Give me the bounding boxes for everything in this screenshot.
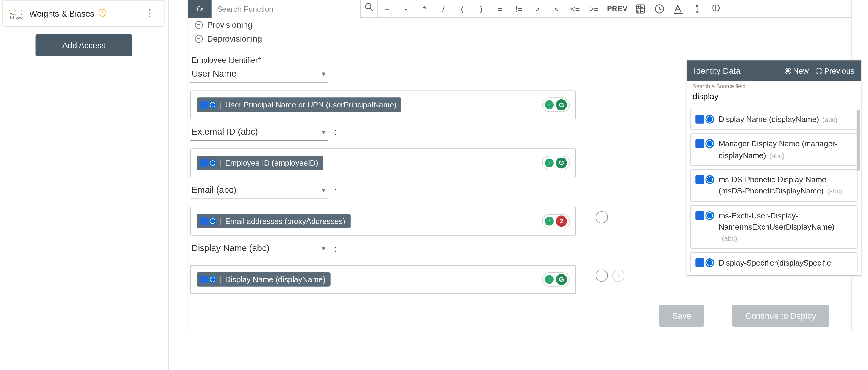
add-row-button[interactable]: + [613, 269, 624, 282]
result-type: (abc) [770, 152, 784, 160]
panel-search-label: Search a Source field... [692, 83, 855, 89]
app-title: Weights & Biases [29, 8, 94, 18]
token-text: Employee ID (employeeID) [225, 159, 318, 167]
app-card[interactable]: ⋮⋮⋮ Weights & Biases Weights & Biases ! … [2, 0, 164, 27]
colon: : [335, 127, 337, 137]
result-name: ms-Exch-User-Display-Name(msExchUserDisp… [718, 211, 834, 231]
op-gt[interactable]: > [528, 0, 547, 18]
brain-icon[interactable] [707, 0, 725, 18]
svg-text:×: × [638, 10, 639, 13]
save-button[interactable]: Save [659, 305, 704, 326]
result-item[interactable]: ms-DS-Phonetic-Display-Name (msDS-Phonet… [690, 169, 858, 202]
status-pill[interactable]: G [542, 272, 569, 287]
radio-new[interactable]: New [784, 66, 809, 75]
mapping-box-employee-identifier[interactable]: | User Principal Name or UPN (userPrinci… [190, 90, 576, 119]
result-item[interactable]: Display-Specifier(displaySpecifie [690, 252, 858, 273]
arrow-up-icon [545, 217, 554, 225]
op-div[interactable]: / [434, 0, 453, 18]
grammarly-icon: G [556, 158, 567, 169]
chevron-down-icon: ▼ [321, 245, 327, 252]
select-display-name[interactable]: Display Name (abc) ▼ [190, 240, 328, 257]
op-rparen[interactable]: ) [472, 0, 490, 18]
op-lte[interactable]: <= [566, 0, 584, 18]
font-icon[interactable] [669, 0, 687, 18]
op-mult[interactable]: * [415, 0, 434, 18]
svg-line-11 [659, 9, 661, 10]
attribute-token[interactable]: | Email addresses (proxyAddresses) [196, 214, 350, 228]
main-area: ƒx + - * / ( ) = != > < <= >= [188, 0, 868, 370]
source-icon [200, 276, 216, 283]
result-item[interactable]: Manager Display Name (manager-displayNam… [690, 133, 858, 166]
op-gte[interactable]: >= [585, 0, 603, 18]
continue-to-deploy-button[interactable]: Continue to Deploy [732, 305, 830, 326]
chevron-down-icon: ▼ [321, 129, 327, 135]
status-pill[interactable]: G [542, 97, 569, 112]
warning-badge-icon: ! [98, 8, 106, 16]
token-text: User Principal Name or UPN (userPrincipa… [225, 100, 397, 109]
arrow-up-icon [545, 275, 554, 284]
more-results-note: More attributes available, continue typi… [690, 274, 858, 275]
source-icon [695, 115, 714, 123]
source-icon [695, 211, 714, 220]
op-minus[interactable]: - [396, 0, 415, 18]
function-search-input[interactable] [212, 0, 361, 18]
result-item[interactable]: Display Name (displayName)(abc) [690, 109, 858, 130]
section-provisioning[interactable]: − Provisioning [190, 18, 847, 32]
op-eq[interactable]: = [491, 0, 509, 18]
select-value: User Name [192, 69, 237, 79]
status-pill[interactable]: G [542, 156, 569, 170]
attribute-token[interactable]: | User Principal Name or UPN (userPrinci… [196, 97, 401, 112]
clock-icon[interactable] [650, 0, 669, 18]
calculator-icon[interactable]: +-×= [631, 0, 650, 18]
select-employee-identifier[interactable]: User Name ▼ [190, 65, 328, 83]
op-lparen[interactable]: ( [453, 0, 472, 18]
scrollbar-thumb[interactable] [857, 110, 860, 171]
svg-text:-: - [641, 5, 643, 8]
search-icon[interactable] [361, 0, 378, 18]
info-icon[interactable] [688, 0, 707, 18]
section-deprovisioning[interactable]: − Deprovisioning [190, 32, 847, 46]
add-access-button[interactable]: Add Access [36, 34, 132, 56]
source-icon [695, 139, 714, 148]
panel-header: Identity Data New Previous [687, 60, 861, 81]
arrow-up-icon [545, 159, 554, 167]
source-icon [695, 175, 714, 184]
result-type: (abc) [822, 116, 837, 124]
remove-row-button[interactable]: − [596, 269, 608, 282]
result-name: Display-Specifier(displaySpecifie [718, 258, 831, 267]
formula-bar: ƒx + - * / ( ) = != > < <= >= [188, 0, 852, 18]
remove-row-button[interactable]: − [596, 211, 608, 223]
warning-count-badge: 2 [556, 216, 567, 227]
panel-search-input[interactable] [692, 90, 855, 105]
op-plus[interactable]: + [378, 0, 396, 18]
mapping-box-email[interactable]: | Email addresses (proxyAddresses) 2 [190, 207, 576, 236]
mapping-box-external-id[interactable]: | Employee ID (employeeID) G [190, 148, 576, 177]
status-pill[interactable]: 2 [542, 214, 569, 228]
source-icon [200, 101, 216, 109]
colon: : [335, 185, 337, 195]
colon: : [335, 244, 337, 254]
op-prev[interactable]: PREV [603, 0, 631, 18]
op-lt[interactable]: < [547, 0, 566, 18]
svg-line-1 [370, 8, 373, 10]
grammarly-icon: G [556, 274, 567, 285]
wandb-logo-icon: ⋮⋮⋮ Weights & Biases [8, 5, 24, 21]
token-text: Email addresses (proxyAddresses) [225, 217, 345, 225]
select-external-id[interactable]: External ID (abc) ▼ [190, 124, 328, 141]
result-item[interactable]: ms-Exch-User-Display-Name(msExchUserDisp… [690, 205, 858, 249]
fx-icon[interactable]: ƒx [188, 0, 212, 18]
attribute-token[interactable]: | Display Name (displayName) [196, 272, 330, 287]
mapping-box-display-name[interactable]: | Display Name (displayName) G [190, 265, 576, 294]
kebab-menu-icon[interactable]: ⋮ [142, 5, 158, 22]
result-list[interactable]: Display Name (displayName)(abc) Manager … [687, 105, 861, 275]
svg-text:+: + [638, 5, 639, 8]
token-text: Display Name (displayName) [225, 275, 326, 284]
op-neq[interactable]: != [509, 0, 528, 18]
attribute-token[interactable]: | Employee ID (employeeID) [196, 156, 323, 170]
chevron-down-icon: ▼ [321, 187, 327, 194]
collapse-icon[interactable]: − [195, 35, 203, 42]
result-type: (abc) [722, 235, 737, 243]
radio-previous[interactable]: Previous [815, 66, 854, 75]
collapse-icon[interactable]: − [195, 21, 203, 29]
select-email[interactable]: Email (abc) ▼ [190, 182, 328, 199]
